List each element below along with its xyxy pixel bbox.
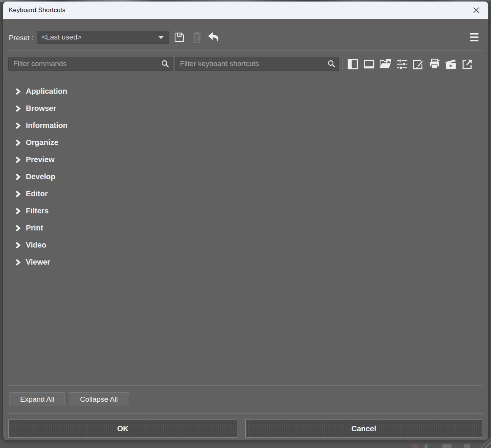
photos-folder-button[interactable] [379,58,391,70]
dialog-titlebar: Keyboard Shortcuts [3,2,488,19]
ok-button[interactable]: OK [8,420,237,438]
close-icon [472,6,480,14]
tree-category-label: Filters [26,207,49,215]
dialog-menu-button[interactable] [470,33,478,41]
undo-arrow-icon [207,31,220,43]
tree-category-row-filters[interactable]: Filters [3,202,488,219]
background-partial-icon [442,444,452,448]
external-link-button[interactable] [461,58,473,70]
video-clapper-button[interactable] [445,58,456,70]
preset-dropdown[interactable]: <Last used> [37,31,169,44]
edit-pencil-icon [412,58,424,70]
collapse-all-button[interactable]: Collapse All [69,392,129,406]
chevron-right-icon[interactable] [15,259,21,266]
tree-category-row-application[interactable]: Application [3,83,488,100]
shortcut-category-tree: Application Browser Information Organize [3,83,488,271]
viewer-frame-icon [363,58,375,70]
hamburger-menu-icon [470,33,478,41]
photos-folder-icon [379,58,392,70]
video-clapper-icon [444,58,457,70]
tree-category-label: Preview [26,155,55,164]
chevron-right-icon[interactable] [15,156,21,164]
tree-category-label: Print [26,224,43,232]
tree-category-row-preview[interactable]: Preview [3,151,488,168]
left-panel-view-icon [347,58,358,70]
preset-label: Preset : [9,34,33,42]
separator [8,50,483,51]
tree-category-row-develop[interactable]: Develop [3,168,488,185]
tree-category-row-viewer[interactable]: Viewer [3,254,488,271]
chevron-right-icon[interactable] [15,173,21,181]
floppy-disk-icon [173,31,185,43]
develop-sliders-button[interactable] [396,58,407,70]
background-status-strip [0,440,491,448]
chevron-right-icon[interactable] [15,88,21,95]
background-partial-icon [412,444,418,448]
viewer-frame-button[interactable] [363,58,375,70]
chevron-right-icon[interactable] [15,224,21,232]
filter-shortcuts-input[interactable] [175,57,339,71]
tree-category-row-information[interactable]: Information [3,117,488,134]
tree-category-row-organize[interactable]: Organize [3,134,488,151]
save-preset-button[interactable] [173,31,185,43]
cancel-button[interactable]: Cancel [245,420,482,438]
tree-category-row-video[interactable]: Video [3,237,488,254]
tree-category-label: Video [26,241,46,249]
chevron-right-icon[interactable] [15,207,21,215]
delete-preset-button[interactable] [192,32,202,43]
printer-icon [428,58,440,70]
develop-sliders-icon [396,58,408,70]
separator [342,58,343,69]
separator [8,413,483,414]
background-partial-icon [425,445,428,448]
tree-category-row-browser[interactable]: Browser [3,100,488,117]
mode-toolbar [347,58,473,70]
chevron-down-icon [158,36,164,39]
filter-commands-input[interactable] [8,57,173,71]
expand-all-button[interactable]: Expand All [9,392,65,406]
chevron-right-icon[interactable] [15,241,21,249]
filter-shortcuts-field [175,57,339,71]
preset-dropdown-value: <Last used> [42,33,158,41]
chevron-right-icon[interactable] [15,105,21,112]
left-panel-view-button[interactable] [347,58,358,70]
external-link-icon [461,58,473,70]
chevron-right-icon[interactable] [15,122,21,129]
reset-preset-button[interactable] [207,31,220,43]
tree-category-label: Organize [26,138,58,147]
tree-category-label: Editor [26,189,48,198]
separator [8,385,483,386]
tree-category-label: Viewer [26,258,50,267]
chevron-right-icon[interactable] [15,139,21,147]
tree-category-row-editor[interactable]: Editor [3,185,488,202]
dialog-title: Keyboard Shortcuts [9,6,65,14]
tree-category-label: Information [26,121,68,130]
print-button[interactable] [428,58,440,70]
chevron-right-icon[interactable] [15,190,21,198]
tree-category-label: Browser [26,104,56,113]
tree-category-label: Application [26,87,67,96]
background-partial-icon [464,444,470,448]
keyboard-shortcuts-dialog: Keyboard Shortcuts Preset : <Last used> [3,2,488,440]
edit-pencil-button[interactable] [412,58,424,70]
filter-commands-field [8,57,173,71]
tree-category-row-print[interactable]: Print [3,219,488,237]
trash-icon [192,32,202,43]
tree-category-label: Develop [26,172,55,181]
close-button[interactable] [471,5,482,16]
